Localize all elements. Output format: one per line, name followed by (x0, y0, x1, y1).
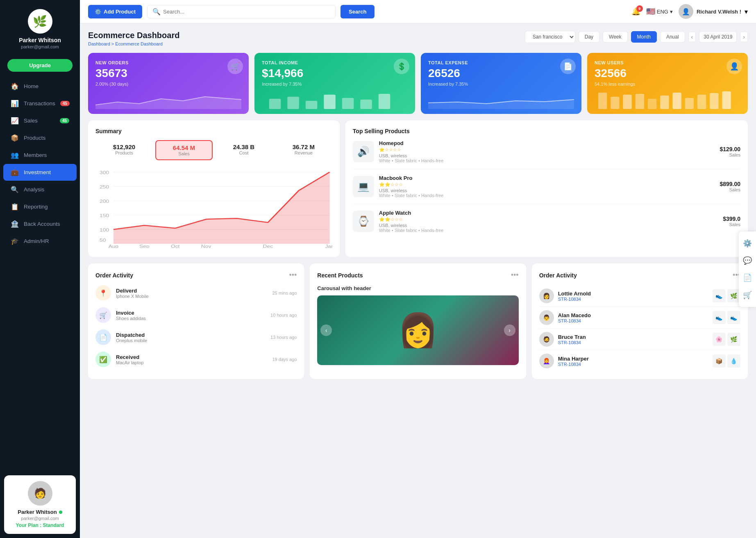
product-sales-watch: Sales (723, 222, 740, 227)
svg-text:Dec: Dec (263, 244, 273, 248)
recent-products-menu[interactable]: ••• (511, 271, 519, 279)
act2-item-alan: 👨 Alan Macedo STR-10834 👟 👟 (539, 307, 740, 329)
carousel-next-button[interactable]: › (504, 325, 515, 336)
metric-products[interactable]: $12,920 Products (95, 140, 153, 160)
product-thumb-homepod: 🔊 (353, 141, 374, 162)
user-avatar: 👤 (679, 4, 693, 19)
sidebar-item-analysis[interactable]: 🔍 Analysis (3, 181, 77, 198)
user-chevron-icon: ▾ (745, 8, 748, 16)
carousel-prev-button[interactable]: ‹ (320, 325, 332, 336)
svg-text:200: 200 (100, 199, 109, 204)
metric-cost[interactable]: 24.38 B Cost (215, 140, 272, 160)
filter-week-button[interactable]: Week (603, 31, 627, 43)
product-price-section-homepod: $129.00 Sales (720, 146, 740, 157)
sidebar-username: Parker Whitson (19, 37, 61, 43)
carousel-header: Carousal with header (317, 285, 518, 291)
svg-rect-17 (697, 95, 706, 109)
summary-area-chart: 300 250 200 150 100 50 (95, 166, 332, 250)
svg-text:50: 50 (100, 238, 106, 243)
filter-annual-button[interactable]: Anual (660, 31, 685, 43)
stat-sub-total-expense: Increased by 7.35% (428, 82, 574, 86)
float-btn-chat[interactable]: 💬 (739, 252, 756, 269)
order-activity-title-2: Order Activity (539, 272, 577, 279)
activity-item-delivered: 📍 Deliverd Iphone X Mobile 25 mins ago (95, 285, 297, 301)
metric-sales[interactable]: 64.54 M Sales (155, 140, 213, 160)
order-activity-header-2: Order Activity ••• (539, 271, 740, 279)
product-row-macbook: 💻 Macbook Pro ⭐⭐☆☆☆ USB, wireless White … (353, 175, 740, 204)
language-selector[interactable]: 🇺🇸 ENG ▾ (646, 7, 673, 16)
upgrade-button[interactable]: Upgrade (7, 59, 73, 72)
notification-bell[interactable]: 🔔 9 (631, 7, 640, 16)
sidebar-item-products[interactable]: 📦 Products (3, 129, 77, 146)
stat-chart-total-income (262, 91, 408, 109)
order-activity-card-2: Order Activity ••• 👩 Lottie Arnold STR-1… (532, 263, 748, 379)
sidebar-item-reporting[interactable]: 📋 Reporting (3, 198, 77, 215)
transactions-nav-label: Transactions (24, 100, 55, 107)
add-icon: ⚙️ (95, 9, 101, 15)
act2-thumb-2-bruce: 🌿 (727, 333, 740, 346)
product-thumb-watch: ⌚ (353, 211, 374, 232)
date-label: 30 April 2019 (699, 31, 737, 43)
order-activity-menu-1[interactable]: ••• (289, 271, 297, 279)
search-button[interactable]: Search (341, 5, 375, 18)
act2-info-bruce: Bruce Tran STR-10834 (558, 334, 586, 345)
float-btn-doc[interactable]: 📄 (739, 269, 756, 286)
stat-icon-total-income: 💲 (394, 59, 409, 74)
svg-marker-32 (114, 172, 330, 244)
notification-badge: 9 (636, 5, 643, 12)
user-info[interactable]: 👤 Richard V.Welsh ! ▾ (679, 4, 748, 19)
content-area: Ecommerce Dashboard Dashboard > Ecommerc… (80, 23, 756, 538)
stat-label-total-income: TOTAL INCOME (262, 60, 408, 65)
sales-nav-icon: 📈 (11, 117, 19, 125)
sidebar-item-sales[interactable]: 📈 Sales45 (3, 112, 77, 129)
metric-products-value: $12,920 (97, 143, 151, 150)
date-prev-button[interactable]: ‹ (688, 32, 696, 42)
act-title-delivered: Deliverd (116, 288, 149, 294)
carousel-image: 👩 (317, 295, 518, 365)
date-next-button[interactable]: › (740, 32, 748, 42)
act2-thumbs-bruce: 🌸 🌿 (713, 333, 740, 346)
search-icon: 🔍 (152, 8, 161, 16)
svg-rect-3 (306, 101, 317, 109)
recent-products-title: Recent Products (317, 272, 363, 279)
svg-text:Oct: Oct (171, 244, 180, 248)
sales-nav-label: Sales (24, 118, 38, 124)
sidebar-item-home[interactable]: 🏠 Home (3, 78, 77, 95)
act2-info-alan: Alan Macedo STR-10834 (558, 312, 591, 323)
metric-revenue[interactable]: 36.72 M Revenue (275, 140, 332, 160)
act2-avatar-alan: 👨 (539, 310, 554, 325)
location-select[interactable]: San francisco (525, 31, 575, 43)
svg-text:Nov: Nov (201, 244, 211, 248)
activity-list-2: 👩 Lottie Arnold STR-10834 👟 🌿 👨 (539, 285, 740, 372)
sidebar-item-transactions[interactable]: 📊 Transactions45 (3, 95, 77, 112)
sidebar-item-investment[interactable]: 💼 Investment (3, 164, 77, 181)
sidebar-item-members[interactable]: 👥 Members (3, 147, 77, 163)
product-info-watch: Apple Watch ⭐⭐☆☆☆ USB, wireless White • … (379, 210, 718, 233)
act2-thumb-2-mina: 💧 (727, 354, 740, 368)
sidebar-item-back-accounts[interactable]: 🏦 Back Accounts (3, 216, 77, 232)
act2-name-mina: Mina Harper (558, 356, 589, 362)
add-product-button[interactable]: ⚙️ Add Product (88, 5, 142, 18)
metric-revenue-label: Revenue (277, 150, 331, 155)
metric-cost-label: Cost (217, 150, 271, 155)
product-props-watch: White • Slate fabric • Hands-free (379, 228, 718, 233)
sidebar-item-admin-hr[interactable]: 🎓 Admin/HR (3, 233, 77, 250)
reporting-nav-icon: 📋 (11, 203, 19, 211)
filter-month-button[interactable]: Month (631, 31, 657, 43)
filter-day-button[interactable]: Day (579, 31, 599, 43)
investment-nav-icon: 💼 (11, 168, 19, 176)
search-input[interactable] (163, 9, 330, 15)
stat-value-total-income: $14,966 (262, 67, 408, 80)
stat-icon-new-users: 👤 (726, 59, 742, 74)
act-sub-dispatched: Oneplus mobile (116, 338, 147, 343)
stat-value-new-orders: 35673 (95, 67, 241, 80)
metric-products-label: Products (97, 150, 151, 155)
float-btn-settings[interactable]: ⚙️ (739, 235, 756, 252)
svg-text:100: 100 (100, 227, 109, 232)
act-info-invoice: Invoice Shoes addidas (116, 310, 146, 321)
act2-item-lottie: 👩 Lottie Arnold STR-10834 👟 🌿 (539, 285, 740, 307)
act-icon-invoice: 🛒 (95, 307, 111, 323)
reporting-nav-label: Reporting (24, 204, 48, 210)
svg-rect-5 (342, 98, 354, 109)
float-btn-cart[interactable]: 🛒 (739, 286, 756, 304)
